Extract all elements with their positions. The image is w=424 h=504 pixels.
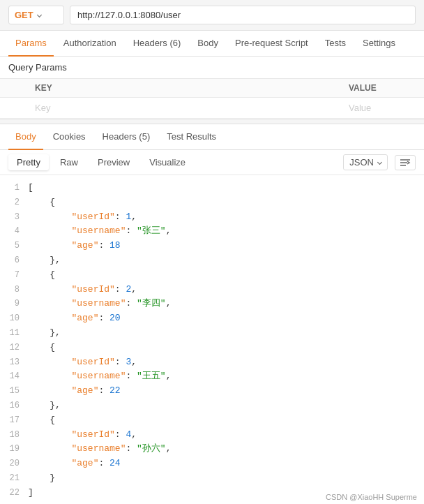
json-line: 2 { — [0, 195, 424, 210]
url-input[interactable] — [70, 6, 416, 24]
line-number: 14 — [3, 369, 28, 383]
res-tab-headers[interactable]: Headers (5) — [96, 124, 158, 150]
json-line: 12 { — [0, 341, 424, 355]
json-punct: , — [131, 357, 137, 367]
json-key: "username" — [71, 443, 126, 454]
json-key: "userId" — [71, 429, 114, 440]
tab-pre-request[interactable]: Pre-request Script — [228, 31, 315, 57]
json-line: 1[ — [0, 181, 424, 195]
method-select[interactable]: GET — [8, 6, 64, 24]
param-row-empty: Key Value — [0, 98, 424, 119]
key-header: KEY — [0, 79, 340, 98]
param-value-input[interactable]: Value — [340, 98, 424, 119]
line-content: "age": 18 — [28, 239, 421, 253]
request-tabs: Params Authorization Headers (6) Body Pr… — [0, 31, 424, 57]
json-key: "userId" — [71, 284, 114, 295]
json-punct — [28, 357, 71, 367]
json-key: "userId" — [71, 357, 114, 367]
json-number: 20 — [109, 313, 121, 323]
json-line: 8 "userId": 2, — [0, 283, 424, 297]
line-number: 4 — [3, 224, 28, 238]
json-punct: }, — [28, 255, 61, 265]
json-punct: { — [28, 415, 55, 425]
line-number: 20 — [3, 457, 28, 470]
wrap-icon — [400, 158, 411, 168]
tab-headers[interactable]: Headers (6) — [126, 31, 188, 57]
json-key: "username" — [71, 225, 126, 236]
tab-settings[interactable]: Settings — [356, 31, 402, 57]
query-params-label: Query Params — [0, 57, 424, 78]
url-bar: GET — [0, 0, 424, 31]
line-number: 12 — [3, 341, 28, 355]
json-punct — [28, 371, 71, 381]
view-visualize-button[interactable]: Visualize — [141, 154, 194, 170]
tab-params[interactable]: Params — [8, 31, 54, 57]
json-line: 18 "userId": 4, — [0, 428, 424, 443]
json-punct: : — [115, 212, 126, 222]
view-raw-button[interactable]: Raw — [52, 154, 86, 170]
line-number: 5 — [3, 239, 28, 253]
tab-authorization[interactable]: Authorization — [56, 31, 123, 57]
tab-tests[interactable]: Tests — [318, 31, 353, 57]
res-tab-body[interactable]: Body — [8, 124, 43, 150]
json-punct: , — [166, 225, 172, 236]
line-number: 9 — [3, 297, 28, 311]
line-content: "age": 22 — [28, 384, 421, 399]
line-content: "userId": 3, — [28, 355, 421, 370]
line-number: 6 — [3, 253, 28, 267]
method-chevron-icon — [37, 13, 42, 17]
json-string: "王五" — [137, 371, 166, 381]
json-punct — [28, 284, 71, 295]
json-number: 18 — [109, 240, 121, 251]
footer-text: CSDN @XiaoHH Superme — [319, 490, 424, 504]
json-punct — [28, 212, 71, 222]
json-line: 19 "username": "孙六", — [0, 442, 424, 457]
json-punct: : — [126, 225, 137, 236]
json-punct: : — [98, 458, 109, 468]
json-punct — [28, 240, 71, 251]
json-punct — [28, 298, 71, 309]
line-content: }, — [28, 253, 421, 268]
json-punct — [28, 313, 71, 323]
json-punct: { — [28, 197, 55, 207]
json-punct: : — [98, 313, 109, 323]
param-key-input[interactable]: Key — [0, 98, 340, 119]
json-punct: , — [131, 429, 137, 440]
json-punct: : — [126, 443, 137, 454]
json-line: 14 "username": "王五", — [0, 369, 424, 384]
json-key: "age" — [71, 313, 98, 323]
json-key: "age" — [71, 458, 98, 468]
res-tab-cookies[interactable]: Cookies — [46, 124, 93, 150]
json-punct: }, — [28, 400, 61, 410]
line-number: 1 — [3, 181, 28, 195]
response-tabs: Body Cookies Headers (5) Test Results — [0, 124, 424, 150]
wrap-button[interactable] — [395, 155, 416, 170]
view-pretty-button[interactable]: Pretty — [8, 154, 49, 170]
tab-body[interactable]: Body — [190, 31, 225, 57]
line-content: "age": 24 — [28, 457, 421, 471]
line-content: "username": "孙六", — [28, 442, 421, 457]
line-number: 19 — [3, 442, 28, 456]
json-punct: : — [115, 429, 126, 440]
json-line: 15 "age": 22 — [0, 384, 424, 399]
json-number: 24 — [109, 458, 121, 468]
line-content: [ — [28, 181, 421, 195]
line-content: } — [28, 471, 421, 486]
line-content: { — [28, 413, 421, 428]
view-preview-button[interactable]: Preview — [89, 154, 138, 170]
section-divider — [0, 119, 424, 124]
json-punct — [28, 443, 71, 454]
res-tab-test-results[interactable]: Test Results — [160, 124, 223, 150]
json-punct: , — [166, 443, 172, 454]
json-line: 17 { — [0, 413, 424, 428]
line-content: "username": "李四", — [28, 297, 421, 311]
format-select[interactable]: JSON — [343, 154, 388, 170]
line-content: { — [28, 341, 421, 355]
params-table: KEY VALUE Key Value — [0, 78, 424, 119]
json-key: "age" — [71, 385, 98, 396]
json-line: 11 }, — [0, 326, 424, 341]
line-number: 10 — [3, 311, 28, 325]
json-bracket: ] — [28, 487, 33, 498]
json-punct — [28, 429, 71, 440]
json-punct — [28, 458, 71, 468]
